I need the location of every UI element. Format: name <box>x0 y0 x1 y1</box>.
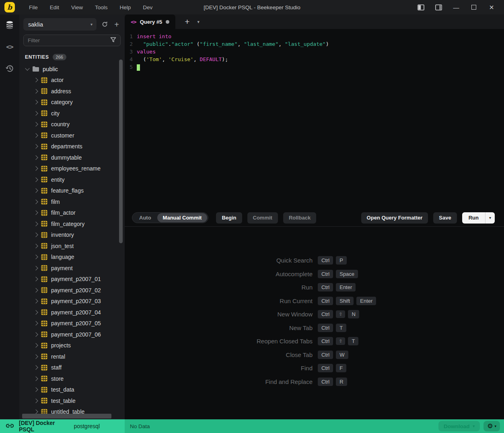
sidebar-vertical-scrollbar[interactable] <box>119 60 123 243</box>
table-row-payment_p2007_05[interactable]: payment_p2007_05 <box>19 318 125 329</box>
filter-funnel-icon[interactable] <box>110 37 116 44</box>
add-connection-icon[interactable]: + <box>113 20 121 29</box>
chevron-right-icon[interactable] <box>33 199 38 204</box>
close-button[interactable]: × <box>485 2 498 12</box>
table-row-payment_p2007_03[interactable]: payment_p2007_03 <box>19 296 125 307</box>
table-row-rental[interactable]: rental <box>19 351 125 362</box>
editor-line[interactable]: 4 ('Tom', 'Cruise', DEFAULT); <box>125 55 504 63</box>
table-row-payment_p2007_01[interactable]: payment_p2007_01 <box>19 274 125 285</box>
run-button[interactable]: Run <box>462 212 485 224</box>
chevron-right-icon[interactable] <box>33 266 38 270</box>
tab-query-5[interactable]: <> Query #5 <box>125 14 175 29</box>
database-entities-icon[interactable] <box>4 19 15 31</box>
chevron-right-icon[interactable] <box>33 100 38 105</box>
refresh-icon[interactable] <box>101 20 109 29</box>
run-options-caret-icon[interactable]: ▾ <box>485 212 495 224</box>
editor-line[interactable]: 3values <box>125 48 504 55</box>
chevron-right-icon[interactable] <box>33 177 38 182</box>
table-row-dummytable[interactable]: dummytable <box>19 152 125 163</box>
toggle-left-panel-icon[interactable] <box>415 2 427 12</box>
chevron-right-icon[interactable] <box>33 166 38 171</box>
chevron-right-icon[interactable] <box>33 233 38 237</box>
menu-help[interactable]: Help <box>115 3 136 12</box>
table-row-city[interactable]: city <box>19 108 125 119</box>
chevron-right-icon[interactable] <box>33 222 38 226</box>
table-row-address[interactable]: address <box>19 86 125 97</box>
begin-button[interactable]: Begin <box>216 212 242 224</box>
chevron-right-icon[interactable] <box>33 255 38 259</box>
chevron-right-icon[interactable] <box>33 343 38 348</box>
connection-status[interactable]: [DEV] Docker PSQL postgresql <box>0 419 125 433</box>
open-query-formatter-button[interactable]: Open Query Formatter <box>361 212 428 224</box>
chevron-right-icon[interactable] <box>33 388 38 392</box>
table-row-category[interactable]: category <box>19 97 125 108</box>
auto-commit-option[interactable]: Auto <box>133 215 157 221</box>
sidebar-horizontal-scrollbar[interactable] <box>22 414 111 419</box>
chevron-right-icon[interactable] <box>33 244 38 248</box>
table-row-departments[interactable]: departments <box>19 141 125 152</box>
chevron-right-icon[interactable] <box>33 111 38 115</box>
table-row-employees_rename[interactable]: employees_rename <box>19 163 125 174</box>
table-row-film_category[interactable]: film_category <box>19 218 125 230</box>
chevron-right-icon[interactable] <box>33 144 38 149</box>
table-row-inventory[interactable]: inventory <box>19 230 125 241</box>
menu-edit[interactable]: Edit <box>45 3 64 12</box>
queries-icon[interactable]: <> <box>4 41 15 52</box>
table-row-store[interactable]: store <box>19 373 125 384</box>
chevron-right-icon[interactable] <box>33 299 38 304</box>
table-row-payment_p2007_06[interactable]: payment_p2007_06 <box>19 329 125 340</box>
table-row-test_data[interactable]: test_data <box>19 384 125 396</box>
rollback-button[interactable]: Rollback <box>283 212 316 224</box>
chevron-down-icon[interactable] <box>25 66 29 70</box>
chevron-right-icon[interactable] <box>33 332 38 337</box>
editor-line[interactable]: 1insert into <box>125 33 504 40</box>
entity-filter-input[interactable] <box>28 37 110 43</box>
chevron-right-icon[interactable] <box>33 211 38 215</box>
minimize-button[interactable]: — <box>450 2 462 12</box>
table-row-payment_p2007_02[interactable]: payment_p2007_02 <box>19 285 125 296</box>
chevron-right-icon[interactable] <box>33 155 38 160</box>
table-row-customer[interactable]: customer <box>19 130 125 141</box>
chevron-right-icon[interactable] <box>33 122 38 127</box>
menu-dev[interactable]: Dev <box>138 3 157 12</box>
chevron-right-icon[interactable] <box>33 354 38 359</box>
toggle-right-panel-icon[interactable] <box>432 2 444 12</box>
chevron-right-icon[interactable] <box>33 310 38 314</box>
table-row-language[interactable]: language <box>19 252 125 263</box>
chevron-right-icon[interactable] <box>33 78 38 82</box>
chevron-right-icon[interactable] <box>33 89 38 93</box>
commit-button[interactable]: Commit <box>247 212 278 224</box>
table-row-film[interactable]: film <box>19 196 125 207</box>
chevron-right-icon[interactable] <box>33 277 38 281</box>
download-button[interactable]: Download ▾ <box>438 421 480 431</box>
chevron-right-icon[interactable] <box>33 133 38 137</box>
chevron-right-icon[interactable] <box>33 321 38 326</box>
editor-line[interactable]: 5 <box>125 63 504 71</box>
manual-commit-option[interactable]: Manual Commit <box>157 213 208 222</box>
history-icon[interactable] <box>4 63 15 74</box>
table-row-projects[interactable]: projects <box>19 340 125 351</box>
editor-line[interactable]: 2 "public"."actor" ("first_name", "last_… <box>125 40 504 48</box>
settings-button[interactable]: ⚙ ▾ <box>483 421 500 431</box>
new-tab-button[interactable]: + <box>185 14 189 29</box>
chevron-right-icon[interactable] <box>33 376 38 381</box>
chevron-right-icon[interactable] <box>33 189 38 193</box>
chevron-right-icon[interactable] <box>33 398 38 403</box>
table-row-payment[interactable]: payment <box>19 263 125 274</box>
maximize-button[interactable] <box>468 2 480 12</box>
tab-list-caret-icon[interactable]: ▾ <box>197 14 200 29</box>
chevron-right-icon[interactable] <box>33 288 38 292</box>
database-select[interactable]: saklia ▾ <box>23 18 97 31</box>
table-row-payment_p2007_04[interactable]: payment_p2007_04 <box>19 307 125 318</box>
table-row-country[interactable]: country <box>19 119 125 130</box>
schema-row-public[interactable]: public <box>19 64 125 75</box>
table-row-film_actor[interactable]: film_actor <box>19 207 125 219</box>
unsaved-dot-icon[interactable] <box>166 20 169 24</box>
save-button[interactable]: Save <box>433 212 457 224</box>
table-row-entity[interactable]: entity <box>19 174 125 185</box>
sql-editor[interactable]: 1insert into2 "public"."actor" ("first_n… <box>125 29 504 209</box>
menu-view[interactable]: View <box>67 3 87 12</box>
table-row-test_table[interactable]: test_table <box>19 395 125 406</box>
table-row-actor[interactable]: actor <box>19 75 125 86</box>
table-row-staff[interactable]: staff <box>19 362 125 373</box>
